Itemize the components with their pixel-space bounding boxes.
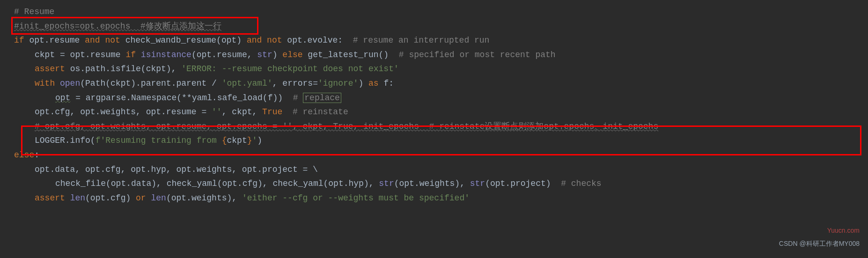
- expr: (opt.project): [485, 179, 561, 188]
- comment-text: # Resume: [14, 7, 54, 16]
- fstring-brace: }: [247, 136, 252, 145]
- comment-text: # checks: [561, 179, 601, 188]
- code-line: opt = argparse.Namespace(**yaml.safe_loa…: [14, 91, 868, 105]
- expr: opt: [55, 93, 70, 103]
- expr: os.path.isfile(ckpt),: [70, 64, 182, 74]
- expr: (opt.weights),: [394, 179, 470, 188]
- comment-text: # specified or most recent path: [399, 50, 556, 59]
- fstring: f'Resuming training from: [96, 136, 222, 145]
- expr: ckpt = opt.resume: [35, 50, 125, 59]
- expr: f:: [383, 79, 394, 88]
- code-line: with open(Path(ckpt).parent.parent / 'op…: [14, 76, 868, 91]
- builtin: str: [470, 179, 485, 188]
- expr: ): [257, 136, 262, 145]
- builtin: open: [60, 79, 80, 88]
- keyword: and not: [247, 36, 287, 45]
- keyword: assert: [35, 64, 70, 74]
- expr: ): [272, 50, 283, 59]
- keyword: else: [282, 50, 308, 59]
- expr: opt.cfg, opt.weights, opt.resume =: [35, 107, 212, 117]
- code-line: else:: [14, 148, 868, 162]
- comment-hash: #: [293, 93, 303, 103]
- builtin: str: [379, 179, 394, 188]
- expr: get_latest_run(): [308, 50, 398, 59]
- expr: (Path(ckpt).parent.parent /: [80, 79, 221, 88]
- comment-text: # opt.cfg, opt.weights, opt.resume, opt.…: [35, 122, 658, 131]
- expr: :: [34, 150, 39, 160]
- expr: check_file(opt.data), check_yaml(opt.cfg…: [55, 179, 379, 188]
- string-literal: 'either --cfg or --weights must be speci…: [242, 193, 470, 203]
- expr: (opt.cfg): [85, 193, 136, 203]
- expr: ,: [272, 79, 283, 88]
- code-line: opt.cfg, opt.weights, opt.resume = '', c…: [14, 105, 868, 119]
- expr: check_wandb_resume(opt): [125, 36, 247, 45]
- string-literal: '': [212, 107, 222, 117]
- builtin: str: [257, 50, 272, 59]
- code-line: opt.data, opt.cfg, opt.hyp, opt.weights,…: [14, 162, 868, 177]
- keyword: if: [125, 50, 140, 59]
- keyword: or: [136, 193, 151, 203]
- code-line: LOGGER.info(f'Resuming training from {ck…: [14, 133, 868, 148]
- comment-text: # reinstate: [293, 107, 348, 117]
- string-literal: 'ignore': [318, 79, 358, 88]
- expr: = argparse.Namespace(**yaml.safe_load(f)…: [70, 93, 293, 103]
- string-literal: 'ERROR: --resume checkpoint does not exi…: [181, 64, 398, 74]
- expr: (opt.resume,: [191, 50, 257, 59]
- comment-text: #init_epochs=opt.epochs #修改断点添加这一行: [14, 22, 221, 31]
- code-line: assert len(opt.cfg) or len(opt.weights),…: [14, 191, 868, 206]
- builtin: len: [151, 193, 166, 203]
- builtin: isinstance: [141, 50, 191, 59]
- expr: , ckpt,: [222, 107, 262, 117]
- expr: LOGGER.info(: [35, 136, 96, 145]
- fstring: ': [252, 136, 257, 145]
- code-line: ckpt = opt.resume if isinstance(opt.resu…: [14, 48, 868, 62]
- keyword: with: [35, 79, 60, 88]
- code-line: assert os.path.isfile(ckpt), 'ERROR: --r…: [14, 62, 868, 76]
- kwarg: errors: [282, 79, 313, 88]
- keyword: as: [368, 79, 383, 88]
- code-line: # Resume: [14, 5, 868, 19]
- fstring-brace: {: [222, 136, 227, 145]
- code-line: # opt.cfg, opt.weights, opt.resume, opt.…: [14, 119, 868, 134]
- expr: ): [358, 79, 368, 88]
- expr: ckpt: [227, 136, 247, 145]
- expr: opt.data, opt.cfg, opt.hyp, opt.weights,…: [35, 165, 318, 174]
- keyword: and not: [85, 36, 125, 45]
- watermark-text: Yuucn.com: [827, 225, 860, 236]
- expr: (opt.weights),: [166, 193, 242, 203]
- expr: =: [313, 79, 318, 88]
- keyword: else: [14, 150, 34, 160]
- boxed-replace: replace: [303, 93, 341, 103]
- keyword: True: [262, 107, 293, 117]
- comment-text: # resume an interrupted run: [353, 36, 490, 45]
- builtin: len: [70, 193, 85, 203]
- code-line: check_file(opt.data), check_yaml(opt.cfg…: [14, 177, 868, 191]
- keyword: assert: [35, 193, 70, 203]
- attribution-text: CSDN @科研工作者MY008: [779, 238, 860, 250]
- string-literal: 'opt.yaml': [222, 79, 272, 88]
- expr: opt.evolve:: [287, 36, 353, 45]
- code-line: #init_epochs=opt.epochs #修改断点添加这一行: [14, 19, 868, 34]
- expr: opt.resume: [29, 36, 85, 45]
- keyword: if: [14, 36, 29, 45]
- code-line: if opt.resume and not check_wandb_resume…: [14, 33, 868, 48]
